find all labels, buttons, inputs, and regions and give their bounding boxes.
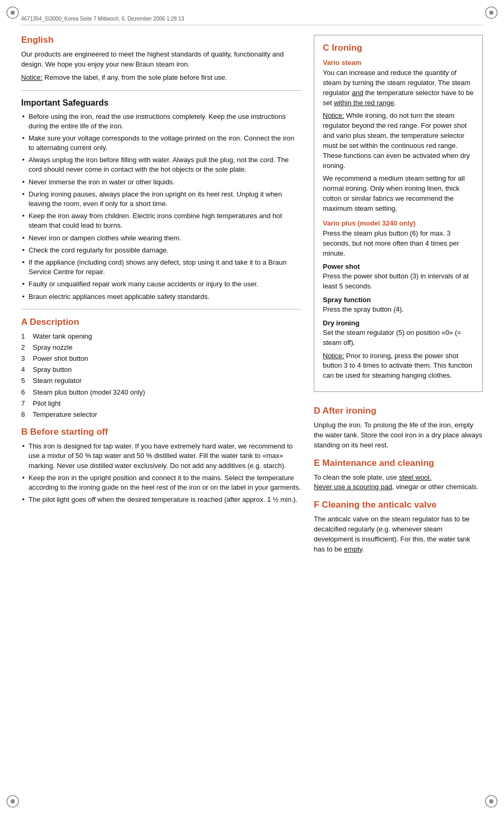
cleaning-valve-text: The anticalc valve on the steam regulato… bbox=[314, 514, 483, 554]
power-shot-text: Press the power shot button (3) in inter… bbox=[323, 272, 474, 292]
right-lower-sections: D After ironing Unplug the iron. To prol… bbox=[314, 400, 483, 555]
power-shot-subtitle: Power shot bbox=[323, 263, 474, 270]
english-section: English Our products are engineered to m… bbox=[21, 35, 301, 83]
corner-tr bbox=[484, 5, 499, 20]
english-title: English bbox=[21, 35, 301, 45]
list-item: Keep the iron in the upright position an… bbox=[21, 473, 301, 492]
list-item: Faulty or unqualified repair work many c… bbox=[21, 279, 301, 289]
vario-plus-subtitle: Vario plus (model 3240 only) bbox=[323, 219, 474, 227]
spray-function-text: Press the spray button (4). bbox=[323, 305, 474, 315]
divider-1 bbox=[21, 90, 301, 91]
list-item: 8Temperature selector bbox=[21, 410, 301, 419]
after-ironing-text: Unplug the iron. To prolong the life of … bbox=[314, 420, 483, 451]
left-column: English Our products are engineered to m… bbox=[21, 35, 301, 562]
svg-point-7 bbox=[489, 799, 493, 803]
page: 4671354_SI3000_Korea Seite 7 Mittwoch, 6… bbox=[0, 0, 504, 814]
english-notice: Notice: Remove the label, if any, from t… bbox=[21, 73, 301, 83]
list-item: Never immerse the iron in water or other… bbox=[21, 177, 301, 187]
corner-bl bbox=[5, 794, 20, 809]
safeguards-section: Important Safeguards Before using the ir… bbox=[21, 98, 301, 302]
vario-steam-subtitle: Vario steam bbox=[323, 59, 474, 67]
maintenance-section: E Maintenance and cleaning To clean the … bbox=[314, 458, 483, 493]
header-bar: 4671354_SI3000_Korea Seite 7 Mittwoch, 6… bbox=[21, 16, 483, 25]
vario-steam-p3: We recommend a medium steam setting for … bbox=[323, 174, 474, 213]
description-list: 1Water tank opening 2Spray nozzle 3Power… bbox=[21, 332, 301, 420]
list-item: 1Water tank opening bbox=[21, 332, 301, 341]
maintenance-text: To clean the sole plate, use steel wool.… bbox=[314, 473, 483, 493]
description-title: A Description bbox=[21, 317, 301, 328]
list-item: Always unplug the iron before filling wi… bbox=[21, 155, 301, 174]
list-item: Before using the iron, read the use inst… bbox=[21, 112, 301, 131]
safeguards-list: Before using the iron, read the use inst… bbox=[21, 112, 301, 302]
after-ironing-title: D After ironing bbox=[314, 406, 483, 416]
svg-point-3 bbox=[489, 11, 493, 15]
svg-point-5 bbox=[11, 799, 15, 803]
vario-steam-p1: You can increase and reduce the quantity… bbox=[323, 68, 474, 108]
description-section: A Description 1Water tank opening 2Spray… bbox=[21, 317, 301, 420]
list-item: If the appliance (including cord) shows … bbox=[21, 258, 301, 277]
before-starting-list: This iron is designed for tap water. If … bbox=[21, 442, 301, 504]
ironing-title: C Ironing bbox=[323, 43, 474, 53]
two-column-layout: English Our products are engineered to m… bbox=[21, 35, 483, 562]
corner-tl bbox=[5, 5, 20, 20]
maintenance-title: E Maintenance and cleaning bbox=[314, 458, 483, 469]
english-intro: Our products are engineered to meet the … bbox=[21, 50, 301, 70]
list-item: This iron is designed for tap water. If … bbox=[21, 442, 301, 471]
list-item: 7Pilot light bbox=[21, 399, 301, 408]
list-item: 3Power shot button bbox=[21, 354, 301, 363]
safeguards-title: Important Safeguards bbox=[21, 98, 301, 108]
cleaning-valve-title: F Cleaning the anticalc valve bbox=[314, 500, 483, 510]
list-item: Braun electric appliances meet applicabl… bbox=[21, 292, 301, 302]
list-item: 5Steam regulator bbox=[21, 376, 301, 386]
list-item: 2Spray nozzle bbox=[21, 343, 301, 352]
before-starting-title: B Before starting off bbox=[21, 427, 301, 437]
list-item: Keep the iron away from children. Electr… bbox=[21, 211, 301, 230]
ironing-box: C Ironing Vario steam You can increase a… bbox=[314, 35, 483, 392]
divider-2 bbox=[21, 309, 301, 310]
cleaning-valve-section: F Cleaning the anticalc valve The antica… bbox=[314, 500, 483, 554]
dry-ironing-subtitle: Dry ironing bbox=[323, 319, 474, 327]
vario-plus-text: Press the steam plus button (6) for max.… bbox=[323, 229, 474, 259]
right-column: C Ironing Vario steam You can increase a… bbox=[314, 35, 483, 562]
spray-function-subtitle: Spray function bbox=[323, 296, 474, 304]
list-item: 6Steam plus button (model 3240 only) bbox=[21, 388, 301, 397]
list-item: Never iron or dampen clothes while weari… bbox=[21, 233, 301, 243]
header-text: 4671354_SI3000_Korea Seite 7 Mittwoch, 6… bbox=[21, 16, 184, 22]
list-item: 4Spray button bbox=[21, 365, 301, 375]
before-starting-section: B Before starting off This iron is desig… bbox=[21, 427, 301, 504]
list-item: Check the cord regularly for possible da… bbox=[21, 246, 301, 255]
list-item: During ironing pauses, always place the … bbox=[21, 190, 301, 209]
list-item: Make sure your voltage corresponds to th… bbox=[21, 134, 301, 153]
corner-br bbox=[484, 794, 499, 809]
ironing-notice2: Notice: Prior to ironing, press the powe… bbox=[323, 351, 474, 381]
dry-ironing-text: Set the steam regulator (5) on position … bbox=[323, 328, 474, 348]
vario-steam-p2: Notice: While ironing, do not turn the s… bbox=[323, 111, 474, 171]
list-item: The pilot light goes off when the desire… bbox=[21, 495, 301, 504]
after-ironing-section: D After ironing Unplug the iron. To prol… bbox=[314, 406, 483, 451]
svg-point-1 bbox=[11, 11, 15, 15]
